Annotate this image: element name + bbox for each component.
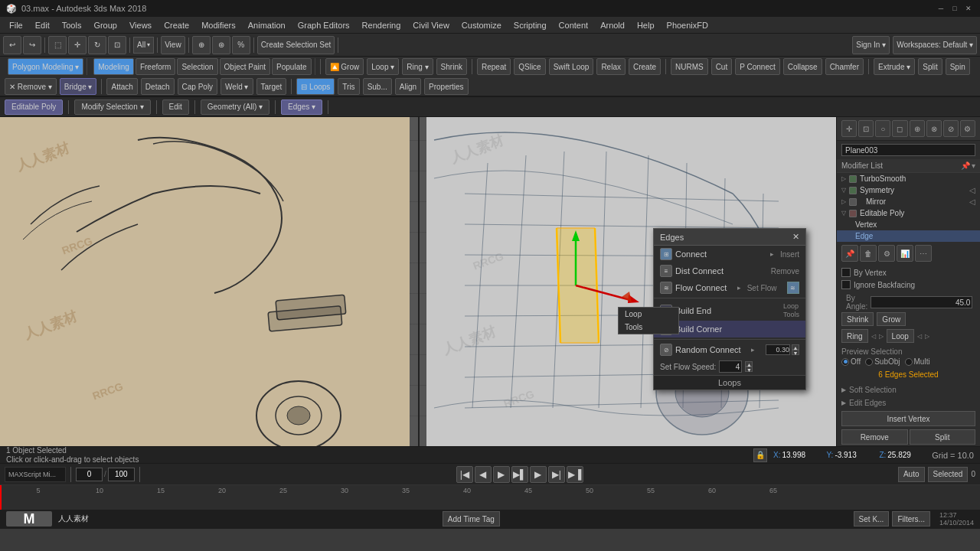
left-viewport[interactable]: 人人素材 RRCG 人人素材 RRCG <box>0 117 410 446</box>
menu-views[interactable]: Views <box>123 19 158 31</box>
loop-tools-popup[interactable]: Loop Tools <box>618 307 679 334</box>
rotate-button[interactable]: ↻ <box>88 36 106 54</box>
menu-create[interactable]: Create <box>158 19 195 31</box>
menu-group[interactable]: Group <box>87 19 123 31</box>
shrink-button[interactable]: Shrink <box>436 58 467 75</box>
panel-tool-5[interactable]: ⊕ <box>910 120 925 137</box>
menu-help[interactable]: Help <box>631 19 661 31</box>
pconnect-button[interactable]: P Connect <box>735 58 780 75</box>
object-paint-mode-button[interactable]: Object Paint <box>220 58 270 75</box>
undo-button[interactable]: ↩ <box>3 36 21 54</box>
shrink-button-panel[interactable]: Shrink <box>841 312 874 326</box>
scale-button[interactable]: ⊡ <box>108 36 126 54</box>
loop-chevron-right[interactable]: ▷ <box>925 333 929 340</box>
snap-button[interactable]: ⊕ <box>192 36 211 54</box>
window-controls[interactable]: ─ □ ✕ <box>936 3 974 14</box>
create-sel-set-button[interactable]: Create Selection Set <box>257 36 335 54</box>
select-button[interactable]: ⬚ <box>48 36 67 54</box>
modifier-list-controls[interactable]: 📌 ▾ <box>961 161 975 170</box>
bridge-button[interactable]: Bridge ▾ <box>60 78 97 95</box>
tris-button[interactable]: Tris <box>338 78 359 95</box>
spin-button[interactable]: Spin <box>946 58 970 75</box>
panel-delete-tool[interactable]: 🗑 <box>860 245 877 262</box>
panel-tool-1[interactable]: ✛ <box>841 120 857 137</box>
plane-name-field[interactable]: Plane003 <box>841 144 975 156</box>
menu-graph-editors[interactable]: Graph Editors <box>292 19 356 31</box>
flow-speed-spinner[interactable]: ▲ ▼ <box>745 361 753 372</box>
menu-rendering[interactable]: Rendering <box>356 19 407 31</box>
remove-button-panel[interactable]: Remove <box>841 429 908 445</box>
soft-selection-title[interactable]: Soft Selection <box>837 383 980 396</box>
polygon-modeling-button[interactable]: Polygon Modeling ▾ <box>8 58 83 75</box>
extrude-button[interactable]: Extrude ▾ <box>874 58 915 75</box>
collapse-button[interactable]: Collapse <box>783 58 822 75</box>
menu-customize[interactable]: Customize <box>456 19 508 31</box>
flow-speed-up[interactable]: ▲ <box>745 361 753 367</box>
minimize-button[interactable]: ─ <box>936 3 946 14</box>
relax-button[interactable]: Relax <box>596 58 626 75</box>
ignore-backfacing-checkbox[interactable] <box>841 280 851 289</box>
rc-up[interactable]: ▲ <box>792 344 799 350</box>
by-vertex-checkbox[interactable] <box>841 268 851 277</box>
timeline-ruler[interactable]: 5 10 15 20 25 30 35 40 45 50 55 60 65 <box>0 485 980 510</box>
modify-selection-button[interactable]: Modify Selection ▾ <box>74 99 150 115</box>
close-button[interactable]: ✕ <box>963 3 974 14</box>
add-time-tag-button[interactable]: Add Time Tag <box>443 511 500 527</box>
loop-button-panel[interactable]: Loop <box>887 329 914 343</box>
editable-poly-button[interactable]: Editable Poly <box>5 99 63 115</box>
loop-chevron-left[interactable]: ◁ <box>917 333 922 340</box>
grow-button-panel[interactable]: Grow <box>877 312 906 326</box>
prev-key-button[interactable]: |◀ <box>456 466 473 483</box>
flow-speed-down[interactable]: ▼ <box>745 367 753 372</box>
panel-settings-tool[interactable]: ⚙ <box>878 245 895 262</box>
loop-tool-item-tools[interactable]: Tools <box>619 321 678 334</box>
edit-button[interactable]: Edit <box>162 99 189 115</box>
menu-animation[interactable]: Animation <box>242 19 292 31</box>
repeat-button[interactable]: Repeat <box>477 58 511 75</box>
panel-pin-tool[interactable]: 📌 <box>841 245 858 262</box>
end-button[interactable]: ▶▐ <box>567 466 583 483</box>
qslice-button[interactable]: QSlice <box>514 58 545 75</box>
ring-chevron-right[interactable]: ▷ <box>879 333 884 340</box>
multi-option[interactable]: Multi <box>905 357 930 366</box>
selection-filter-dropdown[interactable]: All <box>133 37 154 54</box>
chamfer-button[interactable]: Chamfer <box>825 58 864 75</box>
panel-tool-6[interactable]: ⊗ <box>926 120 942 137</box>
set-k-button[interactable]: Set K... <box>854 511 890 527</box>
menu-tools[interactable]: Tools <box>56 19 88 31</box>
cap-poly-button[interactable]: Cap Poly <box>178 78 218 95</box>
grow-button[interactable]: 🔼 Grow <box>325 58 364 75</box>
ring-chevron-left[interactable]: ◁ <box>871 333 876 340</box>
random-connect-menu-item[interactable]: ⊘ Random Connect ▸ ▲ ▼ <box>654 341 805 358</box>
target-button[interactable]: Target <box>256 78 287 95</box>
selected-button[interactable]: Selected <box>928 467 969 482</box>
playhead[interactable] <box>0 485 2 510</box>
current-frame-input[interactable] <box>76 468 103 481</box>
panel-tool-4[interactable]: ◻ <box>892 120 907 137</box>
connect-menu-item[interactable]: ⊞ Connect ▸ Insert <box>654 246 805 262</box>
redo-button[interactable]: ↪ <box>23 36 41 54</box>
split-button-panel[interactable]: Split <box>910 429 976 445</box>
ring-button[interactable]: Ring ▾ <box>402 58 433 75</box>
edges-button[interactable]: Edges ▾ <box>281 99 322 115</box>
menu-scripting[interactable]: Scripting <box>508 19 553 31</box>
panel-tool-2[interactable]: ⊡ <box>858 120 874 137</box>
nurms-button[interactable]: NURMS <box>671 58 708 75</box>
rc-down[interactable]: ▼ <box>792 350 799 355</box>
detach-button[interactable]: Detach <box>141 78 175 95</box>
menu-file[interactable]: File <box>3 19 29 31</box>
modifier-symmetry[interactable]: ▽ Symmetry ◁ <box>837 184 980 196</box>
weld-button[interactable]: Weld ▾ <box>220 78 253 95</box>
freeform-mode-button[interactable]: Freeform <box>136 58 176 75</box>
total-frames-input[interactable] <box>108 468 135 481</box>
angle-snap-button[interactable]: ⊛ <box>212 36 230 54</box>
subobj-option[interactable]: SubObj <box>865 357 900 366</box>
create-button[interactable]: Create <box>629 58 661 75</box>
by-angle-input[interactable] <box>871 296 972 308</box>
panel-tool-3[interactable]: ○ <box>875 120 890 137</box>
flow-speed-input[interactable] <box>719 360 742 373</box>
modifier-list-expand[interactable]: ▾ <box>972 161 975 170</box>
menu-modifiers[interactable]: Modifiers <box>195 19 242 31</box>
menu-edit[interactable]: Edit <box>29 19 56 31</box>
panel-tool-8[interactable]: ⚙ <box>960 120 975 137</box>
